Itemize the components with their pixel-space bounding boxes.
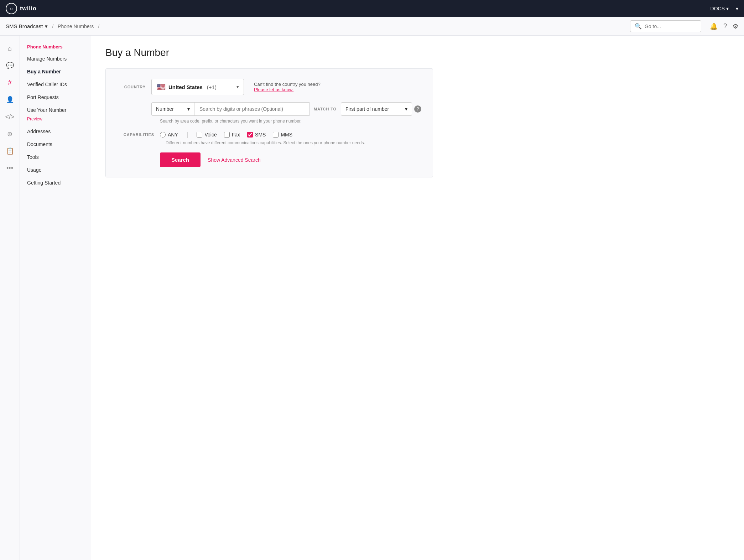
sidebar-icon-phone[interactable]: # [3, 76, 17, 90]
match-to-chevron-icon: ▾ [405, 106, 407, 112]
sidebar-item-getting-started[interactable]: Getting Started [20, 176, 91, 189]
cap-option-any[interactable]: ANY [160, 132, 178, 138]
cap-option-fax[interactable]: Fax [224, 132, 240, 138]
search-hint: Search by area code, prefix, or characte… [160, 119, 421, 124]
number-search-input[interactable] [194, 102, 309, 116]
capabilities-options: ANY | Voice Fax SMS [160, 131, 292, 138]
logo-icon: ○ [6, 3, 17, 14]
global-search-input[interactable] [645, 24, 697, 29]
match-to-select[interactable]: First part of number ▾ [341, 102, 412, 116]
sidebar-item-documents[interactable]: Documents [20, 138, 91, 151]
breadcrumb-bar: SMS Broadcast ▾ / Phone Numbers / 🔍 🔔 ? … [0, 17, 744, 36]
twilio-logo: ○ twilio [6, 3, 37, 14]
sidebar-item-use-your-number[interactable]: Use Your Number [20, 104, 91, 116]
cap-option-sms[interactable]: SMS [247, 132, 266, 138]
country-name: United States [168, 84, 203, 90]
page-title: Buy a Number [105, 47, 730, 58]
number-type-chevron-icon: ▾ [187, 106, 190, 112]
country-select[interactable]: 🇺🇸 United States (+1) ▾ [151, 79, 244, 95]
breadcrumb-app[interactable]: SMS Broadcast ▾ [6, 23, 48, 30]
nav-right: DOCS ▾ ▾ [711, 6, 738, 11]
cap-mms-label: MMS [281, 132, 292, 138]
cap-divider: | [187, 131, 188, 138]
search-button[interactable]: Search [160, 152, 201, 167]
main-layout: ⌂ 💬 # 👤 </> ⊕ 📋 ••• Phone Numbers Manage… [0, 36, 744, 560]
cap-radio-any[interactable] [160, 132, 166, 138]
search-panel: COUNTRY 🇺🇸 United States (+1) ▾ Can't fi… [105, 68, 433, 177]
sidebar-item-addresses[interactable]: Addresses [20, 125, 91, 138]
sidebar-preview-badge: Preview [20, 116, 91, 125]
advanced-search-link[interactable]: Show Advanced Search [208, 157, 261, 163]
sidebar-icon-globe[interactable]: ⊕ [3, 127, 17, 141]
country-row: COUNTRY 🇺🇸 United States (+1) ▾ Can't fi… [117, 79, 421, 95]
number-search-row: Number ▾ MATCH TO First part of number ▾… [151, 102, 421, 116]
match-to-value: First part of number [345, 106, 389, 112]
number-type-label: Number [156, 106, 174, 112]
cap-sms-label: SMS [255, 132, 266, 138]
cap-check-fax[interactable] [224, 132, 230, 138]
capabilities-row: CAPABILITIES ANY | Voice Fax [117, 131, 421, 138]
please-let-us-link[interactable]: Please let us know. [254, 87, 321, 92]
sidebar-item-verified-callerids[interactable]: Verified Caller IDs [20, 78, 91, 91]
top-nav: ○ twilio DOCS ▾ ▾ [0, 0, 744, 17]
match-help-icon[interactable]: ? [414, 105, 421, 113]
nav-left: ○ twilio [6, 3, 37, 14]
docs-button[interactable]: DOCS ▾ [711, 6, 729, 11]
country-flag: 🇺🇸 [157, 83, 166, 91]
country-hint-text: Can't find the country you need? Please … [254, 82, 321, 92]
cap-option-voice[interactable]: Voice [197, 132, 217, 138]
cap-check-sms[interactable] [247, 132, 253, 138]
cap-voice-label: Voice [204, 132, 217, 138]
notification-icon[interactable]: 🔔 [710, 22, 718, 30]
sidebar-item-manage-numbers[interactable]: Manage Numbers [20, 52, 91, 65]
sidebar-icon-docs[interactable]: 📋 [3, 144, 17, 158]
header-icons: 🔔 ? ⚙ [710, 22, 738, 30]
sidebar-item-usage[interactable]: Usage [20, 164, 91, 176]
sidebar-item-tools[interactable]: Tools [20, 151, 91, 164]
logo-text: twilio [20, 5, 37, 12]
sidebar-item-port-requests[interactable]: Port Requests [20, 91, 91, 104]
top-right-menu-button[interactable]: ▾ [736, 6, 738, 11]
icon-sidebar: ⌂ 💬 # 👤 </> ⊕ 📋 ••• [0, 36, 20, 560]
capabilities-hint: Different numbers have different communi… [166, 140, 421, 145]
cap-fax-label: Fax [232, 132, 240, 138]
sidebar-icon-messages[interactable]: 💬 [3, 58, 17, 73]
cap-check-mms[interactable] [273, 132, 279, 138]
sidebar-item-buy-number[interactable]: Buy a Number [20, 65, 91, 78]
sidebar-section-title[interactable]: Phone Numbers [20, 41, 91, 52]
breadcrumb-current: Phone Numbers [58, 24, 94, 29]
cant-find-text: Can't find the country you need? [254, 82, 321, 87]
sidebar-icon-code[interactable]: </> [3, 110, 17, 124]
sidebar-icon-users[interactable]: 👤 [3, 93, 17, 107]
sidebar-icon-more[interactable]: ••• [3, 161, 17, 175]
main-content: Buy a Number COUNTRY 🇺🇸 United States (+… [91, 36, 744, 560]
cap-any-label: ANY [168, 132, 178, 138]
cap-check-voice[interactable] [197, 132, 202, 138]
match-to-label: MATCH TO [309, 107, 341, 111]
breadcrumb-separator: / [52, 24, 53, 29]
cap-option-mms[interactable]: MMS [273, 132, 292, 138]
number-type-select[interactable]: Number ▾ [151, 102, 194, 116]
help-icon[interactable]: ? [723, 22, 727, 30]
country-label: COUNTRY [117, 85, 146, 89]
country-code: (+1) [207, 84, 217, 90]
nav-sidebar: Phone Numbers Manage Numbers Buy a Numbe… [20, 36, 91, 560]
global-search[interactable]: 🔍 [630, 20, 701, 32]
breadcrumb-separator2: / [98, 24, 99, 29]
capabilities-label: CAPABILITIES [117, 133, 160, 137]
country-chevron-icon: ▾ [236, 84, 239, 89]
settings-icon[interactable]: ⚙ [733, 22, 738, 30]
search-icon: 🔍 [635, 23, 642, 30]
sidebar-icon-home[interactable]: ⌂ [3, 41, 17, 56]
action-row: Search Show Advanced Search [160, 152, 421, 167]
